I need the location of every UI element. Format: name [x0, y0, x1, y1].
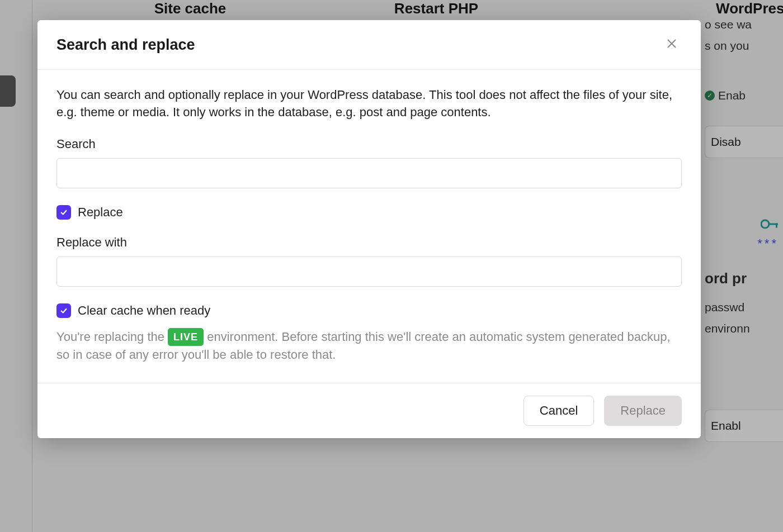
checkmark-icon — [60, 208, 68, 216]
search-label: Search — [56, 137, 682, 151]
cancel-button[interactable]: Cancel — [523, 396, 594, 426]
search-input[interactable] — [56, 158, 682, 188]
clear-cache-checkbox[interactable] — [56, 303, 71, 318]
modal-header: Search and replace — [37, 20, 701, 70]
replace-checkbox-row[interactable]: Replace — [56, 205, 682, 220]
close-icon — [667, 39, 677, 51]
search-replace-modal: Search and replace You can search and op… — [37, 20, 701, 438]
modal-body: You can search and optionally replace in… — [37, 70, 701, 383]
close-button[interactable] — [662, 35, 682, 55]
clear-cache-checkbox-row[interactable]: Clear cache when ready — [56, 303, 682, 318]
replace-with-input[interactable] — [56, 256, 682, 287]
replace-button[interactable]: Replace — [604, 396, 682, 426]
modal-footer: Cancel Replace — [37, 383, 701, 438]
note-prefix: You're replacing the — [56, 330, 168, 344]
live-badge: LIVE — [168, 328, 204, 346]
replace-with-label: Replace with — [56, 235, 682, 250]
modal-title: Search and replace — [56, 36, 195, 54]
replace-checkbox[interactable] — [56, 205, 71, 220]
environment-note: You're replacing the LIVE environment. B… — [56, 328, 682, 364]
replace-checkbox-label: Replace — [78, 205, 123, 220]
clear-cache-label: Clear cache when ready — [78, 303, 210, 318]
checkmark-icon — [60, 307, 68, 315]
modal-description: You can search and optionally replace in… — [56, 87, 682, 121]
